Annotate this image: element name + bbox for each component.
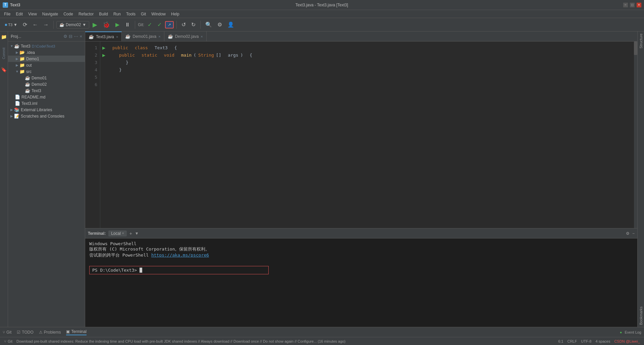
toolbar: ■ T3 ▼ ⟳ ← → ☕ Demo02 ▼ ▶ 🐞 ▶ ⏸ Git: ✓ ✓… xyxy=(0,18,644,31)
event-log-icon[interactable]: ● xyxy=(620,330,622,334)
menu-run[interactable]: Run xyxy=(111,11,123,17)
tab-demo01-label: Demo01.java xyxy=(132,34,156,39)
terminal-hide-icon[interactable]: − xyxy=(632,231,635,236)
root-path: D:\Code\Text3 xyxy=(32,44,55,48)
run-gutter-2[interactable]: ▶ xyxy=(102,53,105,58)
menu-file[interactable]: File xyxy=(1,11,13,17)
collapse-icon[interactable]: ⊟ xyxy=(69,34,72,39)
terminal-content[interactable]: Windows PowerShell 版权所有 (C) Microsoft Co… xyxy=(85,238,637,327)
git-check1-button[interactable]: ✓ xyxy=(146,20,154,29)
editor-scrollbar[interactable] xyxy=(634,42,637,228)
tree-idea[interactable]: ▶ 📂 .idea xyxy=(8,49,85,56)
terminal-add-button[interactable]: + xyxy=(129,231,132,236)
tree-out[interactable]: ▶ 📁 out xyxy=(8,62,85,68)
bottom-tab-todo[interactable]: ☑ TODO xyxy=(17,330,33,335)
status-crlf[interactable]: CRLF xyxy=(566,339,578,343)
commit-icon[interactable]: Commit xyxy=(1,46,7,60)
tab-demo02[interactable]: ☕ Demo02.java × xyxy=(164,31,207,42)
separator1 xyxy=(53,21,54,29)
tree-root[interactable]: ▼ ☕ Text3 D:\Code\Text3 xyxy=(8,43,85,49)
tree-demo01[interactable]: ☕ Demo01 xyxy=(8,75,85,81)
readme-icon: 📄 xyxy=(15,94,20,99)
tab-demo02-close[interactable]: × xyxy=(201,34,203,39)
event-log-label[interactable]: Event Log xyxy=(625,330,641,334)
title-bar: T Text3 Text3.java - Text3.java [Text3] … xyxy=(0,0,644,10)
sync-button[interactable]: ⟳ xyxy=(21,20,29,29)
root-label: Text3 xyxy=(21,44,31,49)
tree-readme[interactable]: 📄 README.md xyxy=(8,94,85,100)
minimize-button[interactable]: − xyxy=(623,3,628,7)
status-git[interactable]: ⑂ Git xyxy=(3,339,14,343)
project-selector-button[interactable]: ■ T3 ▼ xyxy=(3,21,19,28)
terminal-settings-icon[interactable]: ⚙ xyxy=(626,231,630,236)
code-content[interactable]: public class Text3 { public static void … xyxy=(107,42,634,228)
close-button[interactable]: × xyxy=(637,3,641,7)
project-view-icon[interactable]: 📁 xyxy=(0,33,8,41)
run-button[interactable]: ▶ xyxy=(91,20,99,30)
terminal-tab-close[interactable]: × xyxy=(122,231,124,235)
menu-view[interactable]: View xyxy=(25,11,40,17)
nav-forward-button[interactable]: → xyxy=(41,20,51,29)
gear-icon[interactable]: ⚙ xyxy=(63,34,67,39)
terminal-dropdown-button[interactable]: ▼ xyxy=(135,231,139,236)
menu-help[interactable]: Help xyxy=(168,11,182,17)
menu-window[interactable]: Window xyxy=(149,11,168,17)
menu-edit[interactable]: Edit xyxy=(13,11,25,17)
tree-src[interactable]: ▼ 📁 src xyxy=(8,68,85,75)
status-git-icon: ⑂ xyxy=(4,339,6,343)
menu-tools[interactable]: Tools xyxy=(123,11,138,17)
profile-button[interactable]: ⏸ xyxy=(123,20,132,29)
menu-refactor[interactable]: Refactor xyxy=(76,11,96,17)
status-encoding[interactable]: UTF-8 xyxy=(580,339,593,343)
search-button[interactable]: 🔍 xyxy=(203,20,214,29)
close-panel-icon[interactable]: × xyxy=(79,34,82,39)
tree-scratches[interactable]: ▶ 📝 Scratches and Consoles xyxy=(8,113,85,119)
menu-git[interactable]: Git xyxy=(138,11,149,17)
bottom-tab-git[interactable]: ⑂ Git xyxy=(3,330,11,335)
tab-text3[interactable]: ☕ Text3.java × xyxy=(85,31,122,42)
project-name: T3 xyxy=(8,23,12,27)
git-check2-button[interactable]: ✓ xyxy=(155,20,164,29)
pscore6-link[interactable]: https://aka.ms/pscore6 xyxy=(151,253,209,258)
structure-tab[interactable]: Structure xyxy=(638,31,644,51)
tree-text3[interactable]: ☕ Text3 xyxy=(8,87,85,94)
undo-button[interactable]: ↺ xyxy=(179,20,188,29)
settings-button[interactable]: ⚙ xyxy=(215,20,224,29)
tree-demo02[interactable]: ☕ Demo02 xyxy=(8,81,85,87)
run-config-selector[interactable]: ☕ Demo02 ▼ xyxy=(56,21,89,28)
menu-build[interactable]: Build xyxy=(96,11,111,17)
nav-back-button[interactable]: ← xyxy=(31,20,40,29)
src-arrow: ▼ xyxy=(15,70,19,73)
terminal-header: Terminal: Local × + ▼ ⚙ − xyxy=(85,228,637,238)
bottom-tab-problems[interactable]: ⚠ Problems xyxy=(39,330,61,335)
bottom-tab-terminal[interactable]: ▣ Terminal xyxy=(66,329,86,335)
text3-icon: ☕ xyxy=(25,88,30,93)
menu-code[interactable]: Code xyxy=(61,11,76,17)
src-label: src xyxy=(26,69,32,74)
bookmarks-tab[interactable]: Bookmarks xyxy=(638,304,644,327)
root-icon: ☕ xyxy=(14,44,19,49)
redo-button[interactable]: ↻ xyxy=(189,20,198,29)
user-button[interactable]: 👤 xyxy=(225,20,236,29)
tab-text3-close[interactable]: × xyxy=(116,35,118,39)
run-gutter-1[interactable]: ▶ xyxy=(102,46,105,50)
tree-text3iml[interactable]: 📄 Text3.iml xyxy=(8,100,85,107)
tab-demo01-close[interactable]: × xyxy=(158,34,160,39)
tree-demo1-folder[interactable]: ▶ 📁 Demo1 xyxy=(8,56,85,62)
bookmark-side-icon[interactable]: 🔖 xyxy=(0,66,8,74)
terminal-local-tab[interactable]: Local × xyxy=(108,230,127,236)
terminal-input-box[interactable]: PS D:\Code\Text3> xyxy=(89,266,269,274)
tab-text3-icon: ☕ xyxy=(89,34,94,39)
menu-navigate[interactable]: Navigate xyxy=(40,11,61,17)
maximize-button[interactable]: □ xyxy=(630,3,635,7)
tree-external-libs[interactable]: ▶ 📚 External Libraries xyxy=(8,107,85,113)
debug-button[interactable]: 🐞 xyxy=(101,20,112,30)
status-line-col[interactable]: 6:1 xyxy=(557,339,565,343)
tab-demo01[interactable]: ☕ Demo01.java × xyxy=(122,31,164,42)
status-spaces[interactable]: 4 spaces xyxy=(594,339,611,343)
git-highlight-button[interactable]: ↗ xyxy=(165,21,174,28)
dots-icon[interactable]: ⋯ xyxy=(74,34,78,39)
todo-tab-icon: ☑ xyxy=(17,330,20,335)
coverage-button[interactable]: ▶ xyxy=(113,20,121,29)
open-brace: { xyxy=(174,44,177,52)
